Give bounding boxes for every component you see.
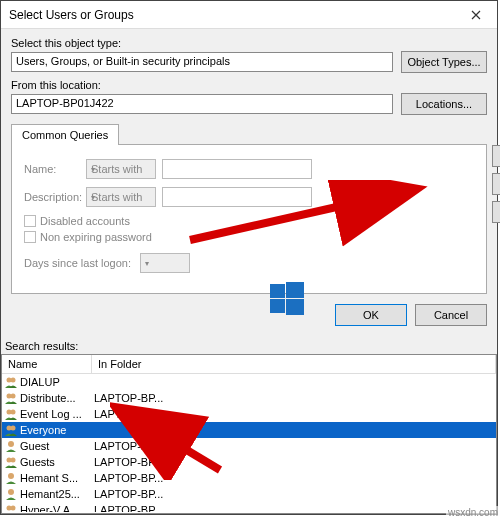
- disabled-accounts-label: Disabled accounts: [40, 215, 130, 227]
- row-folder: LAPTOP-BP...: [94, 488, 163, 500]
- days-since-logon-label: Days since last logon:: [24, 257, 134, 269]
- close-button[interactable]: [455, 1, 497, 29]
- location-label: From this location:: [11, 79, 487, 91]
- table-row[interactable]: Distribute...LAPTOP-BP...: [2, 390, 496, 406]
- close-icon: [471, 10, 481, 20]
- row-name: Hemant25...: [20, 488, 94, 500]
- chevron-down-icon: ▾: [145, 259, 153, 268]
- table-row[interactable]: Hyper-V A...LAPTOP-BP...: [2, 502, 496, 512]
- locations-button[interactable]: Locations...: [401, 93, 487, 115]
- non-expiring-password-label: Non expiring password: [40, 231, 152, 243]
- disabled-accounts-checkbox[interactable]: [24, 215, 36, 227]
- svg-point-2: [11, 378, 16, 383]
- find-now-button[interactable]: Find Now: [492, 173, 500, 195]
- name-filter-label: Name:: [24, 163, 80, 175]
- svg-point-8: [11, 426, 16, 431]
- overlay-logo: [270, 282, 304, 316]
- row-folder: LAPTOP-BP...: [94, 408, 163, 420]
- svg-point-12: [8, 473, 14, 479]
- group-icon: [4, 407, 18, 421]
- table-row[interactable]: Everyone: [2, 422, 496, 438]
- ok-button[interactable]: OK: [335, 304, 407, 326]
- location-input[interactable]: LAPTOP-BP01J422: [11, 94, 393, 114]
- group-icon: [4, 375, 18, 389]
- row-name: Distribute...: [20, 392, 94, 404]
- row-name: Everyone: [20, 424, 94, 436]
- row-name: Hyper-V A...: [20, 504, 94, 512]
- titlebar: Select Users or Groups: [1, 1, 497, 29]
- object-types-button[interactable]: Object Types...: [401, 51, 487, 73]
- object-type-input[interactable]: Users, Groups, or Built-in security prin…: [11, 52, 393, 72]
- group-icon: [4, 391, 18, 405]
- row-folder: LAPTOP-BP...: [94, 440, 163, 452]
- dialog-buttons: OK Cancel: [11, 304, 487, 326]
- svg-point-11: [11, 458, 16, 463]
- table-row[interactable]: GuestLAPTOP-BP...: [2, 438, 496, 454]
- group-icon: [4, 423, 18, 437]
- user-icon: [4, 439, 18, 453]
- svg-rect-22: [286, 299, 304, 315]
- svg-rect-20: [286, 282, 304, 298]
- row-name: Guests: [20, 456, 94, 468]
- window-title: Select Users or Groups: [9, 8, 134, 22]
- windows-logo-icon: [270, 282, 304, 316]
- row-name: Guest: [20, 440, 94, 452]
- results-grid: Name In Folder DIALUPDistribute...LAPTOP…: [1, 354, 497, 514]
- tab-body: Columns... Find Now Stop Name: Starts wi…: [11, 144, 487, 294]
- grid-header: Name In Folder: [2, 355, 496, 374]
- row-name: Hemant S...: [20, 472, 94, 484]
- table-row[interactable]: Hemant25...LAPTOP-BP...: [2, 486, 496, 502]
- tab-common-queries[interactable]: Common Queries: [11, 124, 119, 145]
- header-folder[interactable]: In Folder: [92, 355, 496, 373]
- days-since-logon-combo[interactable]: ▾: [140, 253, 190, 273]
- name-filter-combo[interactable]: Starts with▾: [86, 159, 156, 179]
- table-row[interactable]: Hemant S...LAPTOP-BP...: [2, 470, 496, 486]
- dialog-body: Select this object type: Users, Groups, …: [1, 29, 497, 336]
- row-folder: LAPTOP-BP...: [94, 456, 163, 468]
- svg-point-6: [11, 410, 16, 415]
- header-name[interactable]: Name: [2, 355, 92, 373]
- watermark: wsxdn.com: [446, 506, 500, 519]
- columns-button[interactable]: Columns...: [492, 145, 500, 167]
- grid-body[interactable]: DIALUPDistribute...LAPTOP-BP...Event Log…: [2, 374, 496, 512]
- table-row[interactable]: Event Log ...LAPTOP-BP...: [2, 406, 496, 422]
- user-icon: [4, 471, 18, 485]
- dialog-window: Select Users or Groups Select this objec…: [0, 0, 498, 515]
- svg-point-13: [8, 489, 14, 495]
- svg-point-9: [8, 441, 14, 447]
- desc-filter-label: Description:: [24, 191, 80, 203]
- svg-rect-19: [270, 284, 285, 298]
- search-results-label: Search results:: [1, 336, 497, 354]
- table-row[interactable]: GuestsLAPTOP-BP...: [2, 454, 496, 470]
- tab-strip: Common Queries Columns... Find Now Stop …: [11, 123, 487, 294]
- desc-filter-combo[interactable]: Starts with▾: [86, 187, 156, 207]
- svg-point-15: [11, 506, 16, 511]
- non-expiring-password-checkbox[interactable]: [24, 231, 36, 243]
- table-row[interactable]: DIALUP: [2, 374, 496, 390]
- row-folder: LAPTOP-BP...: [94, 504, 163, 512]
- desc-filter-input[interactable]: [162, 187, 312, 207]
- name-filter-input[interactable]: [162, 159, 312, 179]
- object-type-label: Select this object type:: [11, 37, 487, 49]
- stop-button[interactable]: Stop: [492, 201, 500, 223]
- row-folder: LAPTOP-BP...: [94, 472, 163, 484]
- row-folder: LAPTOP-BP...: [94, 392, 163, 404]
- row-name: Event Log ...: [20, 408, 94, 420]
- svg-rect-21: [270, 299, 285, 313]
- user-icon: [4, 487, 18, 501]
- group-icon: [4, 455, 18, 469]
- group-icon: [4, 503, 18, 512]
- row-name: DIALUP: [20, 376, 94, 388]
- cancel-button[interactable]: Cancel: [415, 304, 487, 326]
- svg-point-4: [11, 394, 16, 399]
